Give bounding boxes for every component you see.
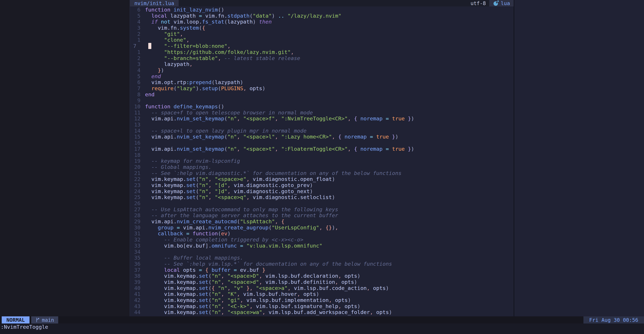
code-line[interactable]: 5 end <box>130 73 514 79</box>
editor-window: nvim/init.lua utf-8 lua 6function init_l… <box>130 0 514 316</box>
line-number: 30 <box>130 225 143 231</box>
code-line[interactable]: 23 vim.keymap.set("n", "[d", vim.diagnos… <box>130 182 514 188</box>
line-number: 24 <box>130 188 143 194</box>
winbar-right: utf-8 lua <box>467 0 514 6</box>
code-line[interactable]: 42 vim.keymap.set("n", "gi", vim.lsp.buf… <box>130 297 514 303</box>
code-line[interactable]: 36 -- See `:help vim.lsp.*` for document… <box>130 261 514 267</box>
code-text: vim.keymap.set({ "n", "v" }, "<space>a",… <box>143 285 389 291</box>
line-number: 44 <box>130 309 143 315</box>
code-line[interactable]: 11 -- space+f to open telescope browser … <box>130 110 514 116</box>
code-text: -- See `:help vim.lsp.*` for documentati… <box>143 261 392 267</box>
code-line[interactable]: 30 group = vim.api.nvim_create_augroup("… <box>130 225 514 231</box>
code-line[interactable]: 1 "clone", <box>130 37 514 43</box>
code-text: vim.api.nvim_set_keymap("n", "<space>f",… <box>143 116 414 122</box>
line-number: 36 <box>130 261 143 267</box>
buffer-tab[interactable]: nvim/init.lua <box>130 0 179 6</box>
line-number: 29 <box>130 219 143 225</box>
code-line[interactable]: 12 vim.api.nvim_set_keymap("n", "<space>… <box>130 116 514 122</box>
code-area[interactable]: 6function init_lazy_nvim()5 local lazypa… <box>130 7 514 315</box>
line-number: 1 <box>130 49 143 55</box>
code-text: vim.keymap.set("n", "<space>q", vim.diag… <box>143 194 335 200</box>
line-number: 34 <box>130 249 143 255</box>
line-number: 17 <box>130 146 143 152</box>
code-line[interactable]: 21 -- See `:help vim.diagnostic.*` for d… <box>130 170 514 176</box>
code-line[interactable]: 4 }) <box>130 67 514 73</box>
code-line[interactable]: 19 -- keymap for nvim-lspconfig <box>130 158 514 164</box>
code-line[interactable]: 38 vim.keymap.set("n", "<space>D", vim.l… <box>130 273 514 279</box>
line-number: 21 <box>130 170 143 176</box>
code-line[interactable]: 26 <box>130 200 514 207</box>
code-line[interactable]: 2 "git", <box>130 31 514 37</box>
code-line[interactable]: 24 vim.keymap.set("n", "]d", vim.diagnos… <box>130 188 514 194</box>
cmdline[interactable]: :NvimTreeToggle <box>0 324 644 334</box>
line-number: 20 <box>130 164 143 170</box>
line-number: 5 <box>130 73 143 79</box>
code-line[interactable]: 33 vim.bo[ev.buf].omnifunc = "v:lua.vim.… <box>130 243 514 249</box>
code-text <box>143 97 145 104</box>
line-number: 37 <box>130 267 143 273</box>
code-line[interactable]: 15 vim.api.nvim_set_keymap("n", "<space>… <box>130 134 514 140</box>
code-text: function define_keymaps() <box>143 104 224 110</box>
code-line[interactable]: 37 local opts = { buffer = ev.buf } <box>130 267 514 273</box>
code-text <box>143 140 145 146</box>
code-line[interactable]: 2 "--branch=stable", -- latest stable re… <box>130 55 514 61</box>
code-line[interactable]: 16 <box>130 140 514 146</box>
code-line[interactable]: 43 vim.keymap.set("n", "<C-k>", vim.lsp.… <box>130 303 514 310</box>
code-line[interactable]: 17 vim.api.nvim_set_keymap("n", "<space>… <box>130 146 514 152</box>
code-line[interactable]: 7 "--filter=blob:none", <box>130 43 514 49</box>
code-line[interactable]: 28 -- after the language server attaches… <box>130 212 514 219</box>
code-line[interactable]: 14 -- space+l to open lazy plugin mgr in… <box>130 128 514 134</box>
code-text: -- Global mappings. <box>143 164 212 170</box>
code-text: callback = function(ev) <box>143 231 230 237</box>
code-line[interactable]: 32 -- Enable completion triggered by <c-… <box>130 237 514 243</box>
line-number: 27 <box>130 207 143 213</box>
code-line[interactable]: 6function init_lazy_nvim() <box>130 7 514 13</box>
code-line[interactable]: 1 "https://github.com/folke/lazy.nvim.gi… <box>130 49 514 55</box>
code-line[interactable]: 41 vim.keymap.set("n", "K", vim.lsp.buf.… <box>130 291 514 297</box>
lua-moon-icon <box>493 0 499 6</box>
code-text: local lazypath = vim.fn.stdpath("data") … <box>143 13 341 19</box>
code-line[interactable]: 22 vim.keymap.set("n", "<space>e", vim.d… <box>130 176 514 182</box>
code-line[interactable]: 7 require("lazy").setup(PLUGINS, opts) <box>130 85 514 91</box>
code-text: lazypath, <box>143 61 192 67</box>
code-line[interactable]: 44 vim.keymap.set("n", "<space>wa", vim.… <box>130 309 514 315</box>
line-number: 26 <box>130 200 143 207</box>
filetype-chip: lua <box>489 0 514 6</box>
line-number: 5 <box>130 13 143 19</box>
code-text: vim.keymap.set("n", "]d", vim.diagnostic… <box>143 188 313 194</box>
code-line[interactable]: 18 <box>130 152 514 158</box>
code-text <box>143 249 145 255</box>
code-line[interactable]: 13 <box>130 122 514 128</box>
code-text: vim.keymap.set("n", "gi", vim.lsp.buf.im… <box>143 297 351 303</box>
code-line[interactable]: 20 -- Global mappings. <box>130 164 514 170</box>
code-line[interactable]: 40 vim.keymap.set({ "n", "v" }, "<space>… <box>130 285 514 291</box>
code-line[interactable]: 6 vim.opt.rtp:prepend(lazypath) <box>130 79 514 85</box>
code-line[interactable]: 39 vim.keymap.set("n", "<space>d", vim.l… <box>130 279 514 285</box>
statusline-spacer <box>58 316 584 324</box>
code-text <box>143 152 145 158</box>
line-number: 6 <box>130 7 143 13</box>
code-text: group = vim.api.nvim_create_augroup("Use… <box>143 225 338 231</box>
code-line[interactable]: 3 vim.fn.system({ <box>130 25 514 31</box>
code-text: "clone", <box>143 37 189 43</box>
code-line[interactable]: 9 <box>130 97 514 104</box>
code-line[interactable]: 5 local lazypath = vim.fn.stdpath("data"… <box>130 13 514 19</box>
code-text: vim.opt.rtp:prepend(lazypath) <box>143 79 243 85</box>
code-line[interactable]: 29 vim.api.nvim_create_autocmd("LspAttac… <box>130 219 514 225</box>
code-line[interactable]: 34 <box>130 249 514 255</box>
code-line[interactable]: 4 if not vim.loop.fs_stat(lazypath) then <box>130 19 514 25</box>
code-line[interactable]: 31 callback = function(ev) <box>130 231 514 237</box>
winbar: nvim/init.lua utf-8 lua <box>130 0 514 6</box>
code-text: vim.keymap.set("n", "[d", vim.diagnostic… <box>143 182 313 188</box>
line-number: 32 <box>130 237 143 243</box>
line-number: 10 <box>130 104 143 110</box>
code-text: "https://github.com/folke/lazy.nvim.git"… <box>143 49 294 55</box>
line-number: 43 <box>130 303 143 310</box>
code-line[interactable]: 10function define_keymaps() <box>130 104 514 110</box>
code-line[interactable]: 35 -- Buffer local mappings. <box>130 255 514 261</box>
code-line[interactable]: 25 vim.keymap.set("n", "<space>q", vim.d… <box>130 194 514 200</box>
code-line[interactable]: 8end <box>130 91 514 98</box>
code-line[interactable]: 3 lazypath, <box>130 61 514 67</box>
left-empty-margin <box>0 0 130 316</box>
code-line[interactable]: 27 -- Use LspAttach autocommand to only … <box>130 207 514 213</box>
